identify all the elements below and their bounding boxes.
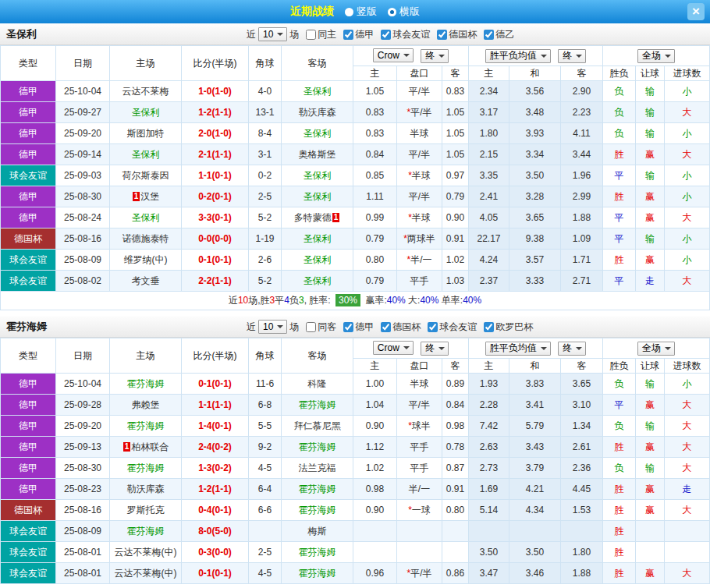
home-team-cell: 霍芬海姆	[110, 374, 182, 395]
corner-cell: 5-5	[249, 416, 282, 437]
team-name-text: 云达不莱梅	[122, 86, 169, 97]
team-name-text: 霍芬海姆	[299, 568, 336, 579]
goals-result-cell: 小	[665, 250, 710, 271]
vertical-layout-radio[interactable]	[345, 8, 353, 16]
filter-checkbox-league[interactable]: 德甲	[343, 28, 374, 41]
col-result: 胜负	[603, 359, 636, 374]
corner-cell: 4-5	[249, 458, 282, 479]
euro-home-odds-cell: 2.37	[469, 271, 509, 292]
date-cell: 25-08-30	[56, 186, 110, 207]
euro-home-odds-cell: 2.73	[469, 458, 509, 479]
asian-home-odds-cell: 1.04	[353, 395, 397, 416]
euro-home-odds-cell: 2.41	[469, 186, 509, 207]
recent-suffix-label: 场	[289, 321, 299, 334]
col-type: 类型	[1, 46, 56, 81]
asian-handicap-cell: 平/半	[397, 186, 442, 207]
summary-segment: 大:	[406, 295, 421, 306]
titlebar: 近期战绩 竖版 横版 ×	[0, 0, 710, 23]
filter-checkbox-same-away[interactable]: 同客	[306, 321, 336, 334]
table-header-row: 类型 日期 主场 比分(半场) 角球 客场 Crow 终 胜平负均值 终 全场	[1, 46, 710, 66]
summary-segment: 10	[238, 295, 248, 306]
match-row: 球会友谊25-09-03荷尔斯泰因1-1(0-1)0-2圣保利0.85*半球0.…	[1, 165, 710, 186]
filter-checkbox-league[interactable]: 德国杯	[381, 321, 421, 334]
asian-away-odds-cell: 0.91	[442, 228, 469, 250]
summary-segment: 赢率:	[363, 295, 387, 306]
filter-checkbox-league[interactable]: 欧罗巴杯	[484, 321, 533, 334]
league-cell: 德甲	[1, 395, 56, 416]
filter-checkbox-league[interactable]: 球会友谊	[428, 321, 477, 334]
summary-segment: 平	[275, 295, 284, 306]
close-icon[interactable]: ×	[687, 3, 705, 20]
match-row: 球会友谊25-08-09维罗纳(中)0-1(0-1)2-6圣保利0.80*半/一…	[1, 250, 710, 271]
goals-result-cell: 大	[665, 437, 710, 458]
vertical-layout-label[interactable]: 竖版	[357, 5, 377, 19]
col-date: 日期	[56, 338, 110, 374]
away-team-cell: 梅斯	[282, 521, 353, 542]
horizontal-layout-radio[interactable]	[388, 8, 396, 16]
horizontal-layout-label[interactable]: 横版	[399, 5, 420, 19]
scope-select[interactable]: 全场	[637, 49, 675, 63]
asian-away-odds-cell: 1.03	[442, 271, 469, 292]
summary-row: 近10场,胜3平4负3, 胜率: 30% 赢率:40% 大:40% 单率:40%	[1, 292, 710, 310]
team-name-text: 圣保利	[304, 86, 332, 97]
result-cell: 胜	[603, 437, 636, 458]
euro-draw-odds-cell: 3.79	[509, 458, 561, 479]
filter-checkbox-league[interactable]: 德国杯	[437, 28, 477, 41]
score-cell: 0-4(0-1)	[182, 500, 249, 521]
asian-handicap-cell: *球半	[397, 416, 442, 437]
col-home: 主场	[110, 46, 182, 81]
score-cell: 2-1(1-1)	[182, 144, 249, 165]
euro-home-odds-cell: 1.69	[469, 479, 509, 500]
euro-avg-select[interactable]: 胜平负均值	[485, 49, 551, 63]
odds-company-select[interactable]: Crow	[373, 341, 414, 355]
euro-away-odds-cell	[561, 521, 603, 542]
asian-away-odds-cell: 0.87	[442, 458, 469, 479]
match-row: 球会友谊25-08-09霍芬海姆8-0(5-0)梅斯胜	[1, 521, 710, 542]
corner-cell: 0-2	[249, 165, 282, 186]
home-team-cell: 圣保利	[110, 102, 182, 123]
recent-count-select[interactable]: 10	[258, 27, 287, 41]
score-cell: 0-1(0-1)	[182, 250, 249, 271]
euro-stage-select[interactable]: 终	[558, 342, 586, 356]
asian-away-odds-cell: 0.97	[442, 165, 469, 186]
summary-segment: 近	[229, 295, 238, 306]
euro-stage-select[interactable]: 终	[558, 49, 586, 63]
match-row: 德甲25-09-20霍芬海姆1-4(0-1)5-5拜仁慕尼黑0.90*球半0.9…	[1, 416, 710, 437]
goals-result-cell: 小	[665, 81, 710, 102]
filter-checkbox-same-home[interactable]: 同主	[306, 28, 336, 41]
filter-checkbox-league[interactable]: 德乙	[484, 28, 514, 41]
odds-company-select[interactable]: Crow	[373, 48, 414, 62]
asian-stage-select[interactable]: 终	[421, 49, 449, 63]
euro-away-odds-cell: 3.44	[561, 144, 603, 165]
match-row: 德甲25-10-04霍芬海姆0-1(0-1)11-6科隆1.00半球0.891.…	[1, 374, 710, 395]
asian-odds-controls: Crow 终	[353, 338, 469, 359]
asian-home-odds-cell: 0.83	[353, 123, 397, 144]
filter-checkbox-league[interactable]: 球会友谊	[381, 28, 430, 41]
euro-avg-select[interactable]: 胜平负均值	[485, 342, 551, 356]
asian-handicap-cell: *半/一	[397, 250, 442, 271]
col-asia-home: 主	[353, 359, 397, 374]
filter-checkbox-league[interactable]: 德甲	[343, 321, 374, 334]
match-row: 德甲25-09-131柏林联合2-4(0-2)9-2霍芬海姆1.12平手0.78…	[1, 437, 710, 458]
scope-select[interactable]: 全场	[637, 342, 675, 356]
summary-segment: 4	[284, 295, 289, 306]
asian-away-odds-cell: 0.98	[442, 416, 469, 437]
league-cell: 德甲	[1, 416, 56, 437]
chevron-down-icon	[576, 347, 582, 350]
euro-home-odds-cell: 2.28	[469, 395, 509, 416]
date-cell: 25-09-20	[56, 416, 110, 437]
col-asia-home: 主	[353, 66, 397, 81]
date-cell: 25-08-16	[56, 228, 110, 250]
home-team-cell: 霍芬海姆	[110, 416, 182, 437]
handicap-result-cell: 输	[636, 81, 665, 102]
euro-away-odds-cell: 2.99	[561, 186, 603, 207]
checkbox	[484, 30, 494, 40]
asian-stage-select[interactable]: 终	[421, 342, 449, 356]
league-cell: 德国杯	[1, 228, 56, 250]
recent-count-select[interactable]: 10	[258, 320, 287, 334]
home-team-cell: 诺德施泰特	[110, 228, 182, 250]
result-cell: 平	[603, 395, 636, 416]
asian-away-odds-cell: 0.86	[442, 563, 469, 584]
handicap-result-cell: 走	[636, 271, 665, 292]
checkbox	[484, 322, 494, 332]
